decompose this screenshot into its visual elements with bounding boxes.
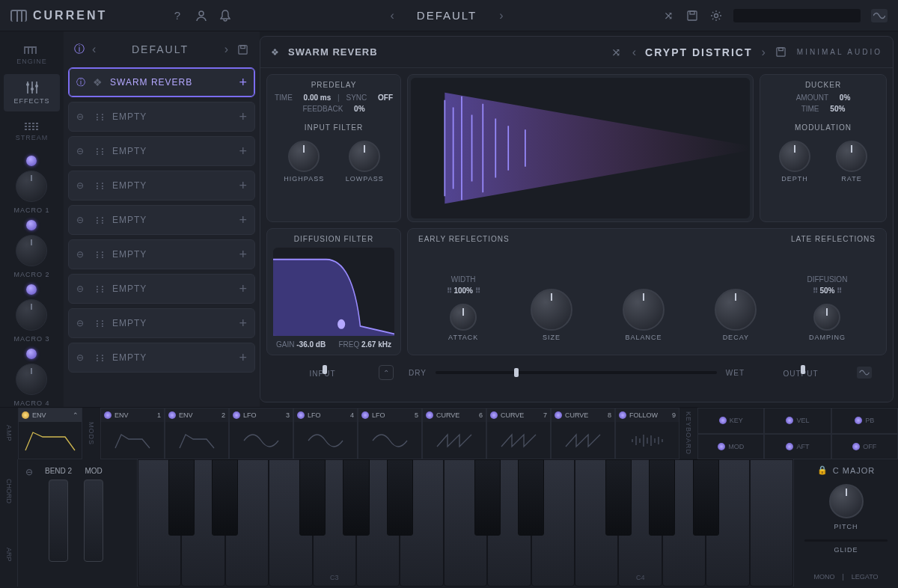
add-icon[interactable]: + xyxy=(239,144,247,159)
fx-slot-7[interactable]: ⊖⫶⫶EMPTY+ xyxy=(68,274,255,304)
pitch-bend-wheel[interactable] xyxy=(49,480,68,562)
mod-assign-icon[interactable] xyxy=(22,411,29,419)
waveform-icon[interactable] xyxy=(871,9,888,22)
black-key[interactable] xyxy=(518,459,544,536)
mod-slot-curve6[interactable]: CURVE6 xyxy=(422,408,486,459)
glide-slider[interactable] xyxy=(804,539,888,542)
chord-tab[interactable]: CHORD xyxy=(0,459,18,523)
black-key[interactable] xyxy=(212,459,238,536)
mod-mod-button[interactable]: MOD xyxy=(697,434,764,460)
macro-assign-icon[interactable] xyxy=(26,220,37,230)
fx-slot-9[interactable]: ⊖⫶⫶EMPTY+ xyxy=(68,343,255,373)
aft-mod-button[interactable]: AFT xyxy=(764,434,831,460)
add-icon[interactable]: + xyxy=(239,75,247,91)
power-icon[interactable]: ⊖ xyxy=(76,180,87,191)
save-chain-icon[interactable] xyxy=(236,43,249,56)
fx-slot-6[interactable]: ⊖⫶⫶EMPTY+ xyxy=(68,239,255,269)
mod-slot-amp-env[interactable]: ENV⌃ xyxy=(18,408,82,459)
diffusion-curve-display[interactable] xyxy=(273,248,394,336)
decay-knob[interactable] xyxy=(715,289,757,331)
black-key[interactable] xyxy=(605,459,632,536)
power-icon[interactable]: ⊖ xyxy=(76,249,87,260)
power-icon[interactable]: ⊖ xyxy=(76,146,87,156)
black-key[interactable] xyxy=(649,459,675,536)
bell-icon[interactable] xyxy=(219,9,232,22)
key-mod-button[interactable]: KEY xyxy=(697,408,764,434)
scale-label[interactable]: C MAJOR xyxy=(833,466,876,475)
mod-assign-icon[interactable] xyxy=(361,411,369,419)
prev-chain-button[interactable]: ‹ xyxy=(92,43,96,56)
fx-slot-5[interactable]: ⊖⫶⫶EMPTY+ xyxy=(68,205,255,235)
mod-slot-curve8[interactable]: CURVE8 xyxy=(551,408,615,459)
mod-assign-icon[interactable] xyxy=(426,411,433,419)
power-icon[interactable]: ⊖ xyxy=(76,215,87,225)
add-icon[interactable]: + xyxy=(239,247,247,263)
damping-knob[interactable] xyxy=(813,304,840,331)
mod-assign-icon[interactable] xyxy=(233,411,240,419)
collapse-icon[interactable]: ⊖ xyxy=(25,467,33,477)
power-icon[interactable]: ⊖ xyxy=(76,352,87,363)
mod-slot-lfo5[interactable]: LFO5 xyxy=(358,408,422,459)
pitch-knob[interactable] xyxy=(829,484,864,518)
power-icon[interactable]: ⊖ xyxy=(76,111,87,122)
fx-slot-1[interactable]: ⓘ ❖ SWARM REVERB + xyxy=(68,67,255,97)
output-wave-icon[interactable] xyxy=(857,367,872,379)
mod-slot-env2[interactable]: ENV2 xyxy=(165,408,229,459)
user-icon[interactable] xyxy=(195,9,208,22)
expand-icon[interactable]: ⌃ xyxy=(379,365,394,380)
feedback-value[interactable]: 0% xyxy=(354,105,364,113)
mod-slot-env1[interactable]: ENV1 xyxy=(100,408,165,459)
diffusion-value[interactable]: 50% xyxy=(819,287,834,295)
black-key[interactable] xyxy=(474,459,501,536)
fx-preset-name[interactable]: CRYPT DISTRICT xyxy=(645,46,752,58)
shuffle-icon[interactable]: ⤨ xyxy=(662,9,675,22)
add-icon[interactable]: + xyxy=(239,178,247,194)
bend-range[interactable]: 2 xyxy=(68,467,73,475)
shuffle-preset-icon[interactable]: ⤨ xyxy=(610,46,623,59)
mod-assign-icon[interactable] xyxy=(490,411,498,419)
fx-slot-4[interactable]: ⊖⫶⫶EMPTY+ xyxy=(68,171,255,200)
add-icon[interactable]: + xyxy=(239,316,247,331)
add-icon[interactable]: + xyxy=(239,109,247,125)
mod-assign-icon[interactable] xyxy=(168,411,176,419)
pb-mod-button[interactable]: PB xyxy=(831,408,898,434)
prev-fx-preset[interactable]: ‹ xyxy=(632,46,636,59)
add-icon[interactable]: + xyxy=(239,212,247,228)
mod-slot-lfo3[interactable]: LFO3 xyxy=(229,408,293,459)
black-key[interactable] xyxy=(693,459,719,536)
drywet-slider[interactable] xyxy=(436,371,717,374)
prev-preset-button[interactable]: ‹ xyxy=(390,9,394,22)
amp-label[interactable]: AMP xyxy=(0,408,18,459)
width-value[interactable]: 100% xyxy=(453,287,473,295)
tab-stream[interactable]: STREAM xyxy=(4,113,60,150)
lock-icon[interactable]: 🔒 xyxy=(817,465,828,475)
vel-mod-button[interactable]: VEL xyxy=(764,408,831,434)
white-key[interactable] xyxy=(750,459,793,587)
macro-1-knob[interactable] xyxy=(16,171,47,202)
mono-button[interactable]: MONO xyxy=(813,573,834,581)
macro-assign-icon[interactable] xyxy=(26,156,37,166)
mod-assign-icon[interactable] xyxy=(104,411,112,419)
mod-assign-icon[interactable] xyxy=(555,411,562,419)
next-chain-button[interactable]: › xyxy=(224,43,228,56)
ducker-time-value[interactable]: 50% xyxy=(830,105,845,113)
time-value[interactable]: 0.00 ms xyxy=(304,94,332,102)
macro-4-knob[interactable] xyxy=(16,364,47,395)
save-fx-preset-icon[interactable] xyxy=(775,46,788,59)
black-key[interactable] xyxy=(343,459,369,536)
power-icon[interactable]: ⊖ xyxy=(76,318,87,328)
macro-assign-icon[interactable] xyxy=(26,349,37,359)
mod-slot-lfo4[interactable]: LFO4 xyxy=(293,408,358,459)
power-icon[interactable]: ⊖ xyxy=(76,284,87,294)
depth-knob[interactable] xyxy=(779,141,810,172)
highpass-knob[interactable] xyxy=(288,141,320,172)
fx-slot-2[interactable]: ⊖⫶⫶EMPTY+ xyxy=(68,102,255,132)
mod-assign-icon[interactable] xyxy=(619,411,626,419)
arp-tab[interactable]: ARP xyxy=(0,523,18,587)
add-icon[interactable]: + xyxy=(239,281,247,297)
size-knob[interactable] xyxy=(531,289,572,331)
tab-engine[interactable]: ENGINE xyxy=(4,36,60,73)
mods-label[interactable]: MODS xyxy=(82,408,100,459)
sync-value[interactable]: OFF xyxy=(378,94,393,102)
black-key[interactable] xyxy=(387,459,413,536)
